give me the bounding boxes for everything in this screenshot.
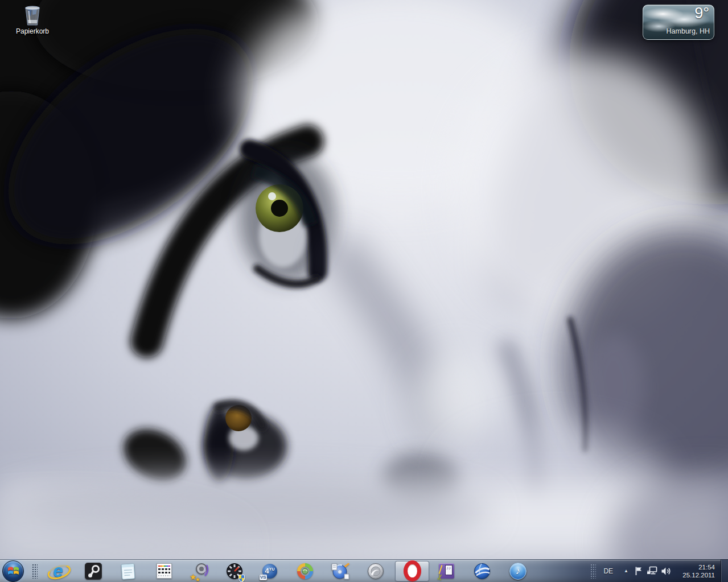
quicklaunch-mp3directcut[interactable]: ♪♪ ✂ xyxy=(435,560,458,582)
notepad-icon xyxy=(121,562,137,580)
circular-arrows-icon xyxy=(297,563,314,580)
tracker-pattern-row xyxy=(158,568,170,570)
desktop[interactable]: Papierkorb 9° Hamburg, HH xyxy=(0,0,728,559)
globe-letters: YU xyxy=(269,567,275,571)
quicklaunch-notepad[interactable] xyxy=(117,560,140,582)
quicklaunch-steam[interactable] xyxy=(82,560,105,582)
tracker-rainbow-row xyxy=(158,566,170,567)
language-indicator[interactable]: DE xyxy=(601,566,616,577)
ie-orbit-ring-icon xyxy=(46,562,72,582)
itunes-icon: ♪ xyxy=(509,563,527,580)
google-earth-globe-icon xyxy=(474,563,491,580)
music-note-icon: ♪ xyxy=(516,566,521,576)
network-icon xyxy=(647,566,657,576)
taskbar: e xyxy=(0,559,728,582)
quicklaunch-disc-burner[interactable] xyxy=(329,560,352,582)
quicklaunch-aimp-player[interactable] xyxy=(364,560,387,582)
music-page-icon: ♪♪ xyxy=(445,565,453,575)
clock-time: 21:54 xyxy=(678,563,715,571)
cd-disc-icon xyxy=(331,563,349,580)
clock-date: 25.12.2011 xyxy=(678,571,715,579)
weather-temperature: 9° xyxy=(694,5,709,22)
show-hidden-icons-button[interactable]: ▲ xyxy=(624,568,628,573)
recycle-bin[interactable]: Papierkorb xyxy=(10,5,55,35)
quicklaunch-system-tuner[interactable] xyxy=(223,560,246,582)
show-desktop-button[interactable] xyxy=(721,560,728,582)
taskbar-grip-right[interactable] xyxy=(590,564,596,579)
quicklaunch-internet-explorer[interactable]: e xyxy=(47,560,69,582)
weather-location: Hamburg, HH xyxy=(667,27,710,35)
taskbar-button-opera[interactable] xyxy=(395,561,429,581)
quicklaunch-mod-tracker[interactable] xyxy=(153,560,175,582)
chevron-up-icon: ▲ xyxy=(624,568,628,573)
quicklaunch-converter-globe[interactable]: 4 YU VS xyxy=(258,560,281,582)
tracker-pattern-row-light xyxy=(158,575,170,576)
quicklaunch-itunes[interactable]: ♪ xyxy=(507,560,529,582)
mod-tracker-icon xyxy=(157,563,172,579)
mp3directcut-icon: ♪♪ ✂ xyxy=(439,563,454,579)
quicklaunch-audio-enhancer[interactable]: ★ ★ xyxy=(188,560,211,582)
tracker-pattern-row xyxy=(158,572,170,573)
steam-icon xyxy=(85,563,102,580)
pinned-icons-group: ♪♪ ✂ ♪ xyxy=(435,560,529,582)
action-center-flag-icon xyxy=(634,566,643,576)
network-status-button[interactable] xyxy=(647,566,657,576)
recycle-bin-icon xyxy=(22,5,43,26)
tray-clock[interactable]: 21:54 25.12.2011 xyxy=(678,563,715,579)
chrome-ring-icon xyxy=(367,563,384,580)
weather-gadget[interactable]: 9° Hamburg, HH xyxy=(643,5,714,40)
windows-flag-icon xyxy=(7,566,19,576)
action-center-button[interactable] xyxy=(634,566,643,576)
globe-numeral: 4 xyxy=(265,567,269,575)
gold-star-icon: ★ xyxy=(195,577,200,582)
recycle-bin-label: Papierkorb xyxy=(16,27,49,35)
scissors-icon: ✂ xyxy=(434,572,445,581)
taskbar-grip-left[interactable] xyxy=(32,564,38,579)
wallpaper-portrait xyxy=(0,0,728,559)
opera-icon xyxy=(404,560,421,581)
quicklaunch-google-earth[interactable] xyxy=(471,560,493,582)
start-button[interactable] xyxy=(2,560,24,582)
uac-shield-icon xyxy=(238,575,245,582)
quicklaunch-format-factory[interactable] xyxy=(294,560,316,582)
vs-badge: VS xyxy=(260,575,267,580)
volume-button[interactable] xyxy=(661,567,672,576)
speaker-volume-icon xyxy=(661,567,672,576)
quick-launch-toolbar: e xyxy=(47,560,387,582)
